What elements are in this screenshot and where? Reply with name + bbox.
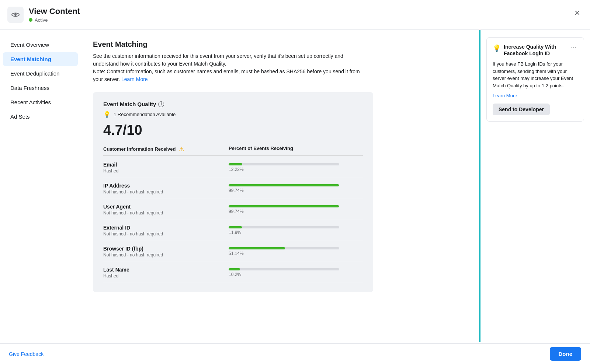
progress-bar-fill (229, 226, 242, 228)
row-label: Email (103, 162, 229, 168)
row-right: 99.74% (229, 205, 363, 214)
progress-bar-bg (229, 226, 339, 228)
percent-text: 12.22% (229, 167, 363, 172)
table-header-col1: Customer Information Received (103, 146, 176, 152)
tip-learn-more-link[interactable]: Learn More (493, 93, 578, 98)
row-label: IP Address (103, 183, 229, 189)
row-sublabel: Not hashed - no hash required (103, 231, 229, 237)
progress-bar-fill (229, 247, 285, 249)
table-row: Last Name Hashed 10.2% (103, 262, 363, 283)
tip-card-header: 💡 Increase Quality With Facebook Login I… (493, 43, 578, 57)
row-label: User Agent (103, 204, 229, 210)
row-label-cell: Browser ID (fbp) Not hashed - no hash re… (103, 246, 229, 258)
tip-title-wrap: 💡 Increase Quality With Facebook Login I… (493, 43, 569, 57)
page-title: View Content (29, 7, 80, 16)
sidebar-item-data-freshness[interactable]: Data Freshness (3, 81, 78, 95)
row-right: 99.74% (229, 184, 363, 193)
progress-bar-bg (229, 184, 339, 186)
sidebar-item-ad-sets[interactable]: Ad Sets (3, 110, 78, 123)
close-button[interactable]: ✕ (572, 7, 583, 18)
row-label: External ID (103, 225, 229, 231)
table-row: IP Address Not hashed - no hash required… (103, 178, 363, 199)
tip-body: If you have FB Login IDs for your custom… (493, 60, 578, 89)
row-label-cell: Email Hashed (103, 162, 229, 174)
status-text: Active (35, 17, 48, 23)
row-sublabel: Not hashed - no hash required (103, 189, 229, 195)
quality-title-text: Event Match Quality (103, 101, 156, 107)
row-label: Browser ID (fbp) (103, 246, 229, 252)
percent-text: 51.14% (229, 251, 363, 256)
table-header-col2: Percent of Events Receiving (229, 146, 363, 153)
event-icon (7, 7, 24, 23)
table-rows: Email Hashed 12.22% IP Address Not hashe… (103, 157, 363, 283)
progress-bar-fill (229, 163, 242, 165)
status-dot (29, 18, 32, 22)
sidebar-item-recent-activities[interactable]: Recent Activities (3, 95, 78, 109)
sidebar: Event Overview Event Matching Event Dedu… (0, 30, 81, 342)
tip-card-title: Increase Quality With Facebook Login ID (504, 43, 569, 57)
percent-text: 10.2% (229, 272, 363, 277)
percent-text: 99.74% (229, 209, 363, 214)
recommendation-text: 1 Recommendation Available (114, 112, 176, 117)
done-button[interactable]: Done (550, 347, 582, 361)
recommendation-row: 💡 1 Recommendation Available (103, 111, 363, 118)
tip-bulb-icon: 💡 (493, 44, 501, 52)
table-row: Email Hashed 12.22% (103, 157, 363, 178)
percent-text: 11.9% (229, 230, 363, 235)
section-desc-part1: See the customer information received fo… (93, 53, 343, 67)
send-to-developer-button[interactable]: Send to Developer (493, 104, 550, 115)
progress-bar-bg (229, 205, 339, 207)
warning-icon: ⚠ (179, 146, 184, 153)
main-content: Event Matching See the customer informat… (81, 30, 479, 342)
tip-menu-button[interactable]: ··· (569, 43, 578, 50)
learn-more-link[interactable]: Learn More (121, 76, 148, 82)
sidebar-item-event-deduplication[interactable]: Event Deduplication (3, 67, 78, 80)
sidebar-item-event-matching[interactable]: Event Matching (3, 52, 78, 66)
row-right: 11.9% (229, 226, 363, 235)
quality-card-title: Event Match Quality i (103, 101, 363, 107)
right-panel: 💡 Increase Quality With Facebook Login I… (479, 30, 590, 342)
section-description: See the customer information received fo… (93, 52, 362, 83)
header-title-block: View Content Active (29, 7, 80, 22)
row-label-cell: Last Name Hashed (103, 267, 229, 279)
quality-card: Event Match Quality i 💡 1 Recommendation… (93, 92, 373, 292)
row-sublabel: Hashed (103, 273, 229, 279)
quality-score: 4.7/10 (103, 122, 363, 138)
row-label-cell: IP Address Not hashed - no hash required (103, 183, 229, 195)
table-row: User Agent Not hashed - no hash required… (103, 199, 363, 220)
row-label: Last Name (103, 267, 229, 273)
footer: Give Feedback Done (0, 343, 590, 364)
row-right: 51.14% (229, 247, 363, 256)
row-right: 12.22% (229, 163, 363, 172)
row-right: 10.2% (229, 268, 363, 277)
table-row: Browser ID (fbp) Not hashed - no hash re… (103, 241, 363, 262)
progress-bar-fill (229, 268, 240, 270)
progress-bar-bg (229, 247, 339, 249)
progress-bar-bg (229, 268, 339, 270)
progress-bar-fill (229, 205, 339, 207)
table-header-col1-wrap: Customer Information Received ⚠ (103, 146, 229, 153)
info-icon[interactable]: i (158, 101, 164, 107)
tip-card: 💡 Increase Quality With Facebook Login I… (486, 37, 584, 122)
bulb-icon: 💡 (103, 111, 111, 118)
row-label-cell: User Agent Not hashed - no hash required (103, 204, 229, 216)
section-title: Event Matching (93, 40, 468, 49)
row-sublabel: Not hashed - no hash required (103, 252, 229, 258)
progress-bar-fill (229, 184, 339, 186)
percent-text: 99.74% (229, 188, 363, 193)
row-sublabel: Not hashed - no hash required (103, 210, 229, 216)
body-layout: Event Overview Event Matching Event Dedu… (0, 30, 590, 342)
row-label-cell: External ID Not hashed - no hash require… (103, 225, 229, 237)
progress-bar-bg (229, 163, 339, 165)
sidebar-item-event-overview[interactable]: Event Overview (3, 38, 78, 52)
give-feedback-link[interactable]: Give Feedback (9, 351, 44, 357)
table-row: External ID Not hashed - no hash require… (103, 220, 363, 241)
status-bar: Active (29, 17, 80, 23)
table-header: Customer Information Received ⚠ Percent … (103, 146, 363, 156)
header: View Content Active ✕ (0, 0, 590, 30)
row-sublabel: Hashed (103, 168, 229, 174)
